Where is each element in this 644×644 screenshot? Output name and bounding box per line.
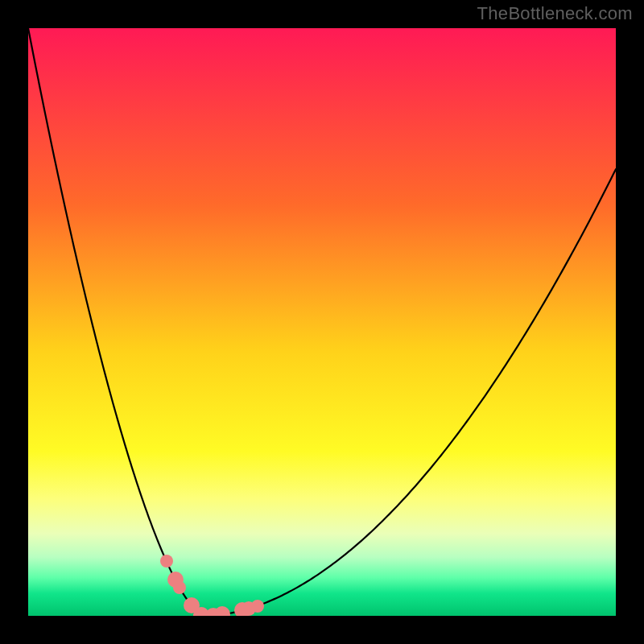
curve-marker [214,606,230,616]
plot-area [28,28,616,616]
watermark-text: TheBottleneck.com [477,3,633,24]
curve-marker [173,581,186,594]
data-markers [28,28,616,616]
curve-marker [251,600,264,613]
chart-frame: TheBottleneck.com [0,0,644,644]
curve-marker [160,555,173,568]
